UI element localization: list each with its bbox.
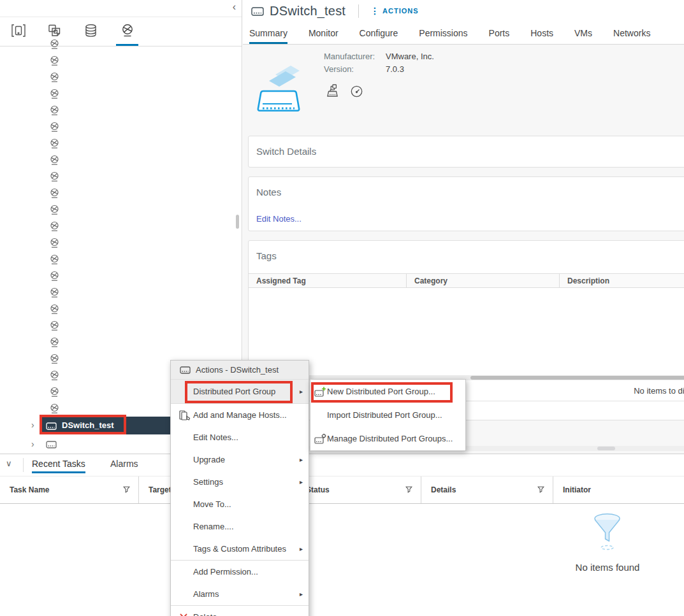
tree-item-port-group[interactable] [0, 70, 231, 87]
expand-chevron-icon[interactable]: › [31, 420, 34, 430]
summary-shortcut-icons [325, 83, 363, 99]
tasks-column-header[interactable]: Task Name [0, 476, 139, 503]
port-group-icon [49, 39, 60, 52]
tree-item-port-group[interactable] [0, 319, 231, 335]
scrollbar-thumb[interactable] [470, 376, 684, 380]
port-group-icon [49, 238, 60, 251]
collapse-panel-icon[interactable]: ∨ [6, 459, 12, 468]
tasks-column-header[interactable]: Initiator [553, 476, 684, 503]
dswitch-icon [180, 366, 191, 374]
card-title: Tags [249, 241, 684, 261]
tags-column-header[interactable]: Category [407, 274, 560, 287]
tree-item-port-group[interactable] [0, 203, 231, 219]
filter-icon[interactable] [405, 486, 412, 495]
recent-tasks-panel: ∨ Recent TasksAlarms Task NameTargetStat… [0, 454, 684, 616]
port-group-icon [49, 403, 60, 417]
tags-table-header: Assigned TagCategoryDescription [249, 273, 684, 288]
menu-item-alarms[interactable]: Alarms▸ [171, 583, 309, 605]
actions-menu-icon: ⋮ [370, 6, 379, 16]
tab-networks[interactable]: Networks [613, 22, 650, 44]
version-row: Version: 7.0.3 [324, 64, 404, 74]
filter-icon[interactable] [537, 486, 544, 495]
edit-notes-link[interactable]: Edit Notes... [256, 214, 302, 224]
scrollbar-thumb[interactable] [597, 447, 615, 450]
dswitch-illustration [254, 59, 306, 120]
tree-item-port-group[interactable] [0, 252, 231, 269]
port-group-icon [49, 387, 60, 400]
menu-item-edit-notes[interactable]: Edit Notes... [171, 426, 309, 448]
tasks-column-header[interactable]: Status [296, 476, 421, 503]
actions-button[interactable]: ⋮ ACTIONS [370, 6, 419, 16]
menu-item-add-and-manage-hosts[interactable]: Add and Manage Hosts... [171, 404, 309, 426]
tab-configure[interactable]: Configure [360, 22, 398, 44]
tree-item-port-group[interactable] [0, 302, 231, 319]
sidebar-scrollbar-thumb[interactable] [236, 215, 239, 229]
menu-item-import-distributed-port-group[interactable]: Import Distributed Port Group... [310, 403, 465, 427]
port-group-icon [49, 337, 60, 350]
port-group-icon [49, 271, 60, 284]
menu-item-distributed-port-group[interactable]: Distributed Port Group▸ [171, 380, 309, 403]
tasks-table-header: Task NameTargetStatusDetailsInitiator [0, 476, 684, 504]
tab-permissions[interactable]: Permissions [419, 22, 467, 44]
submenu-arrow-icon: ▸ [300, 388, 303, 395]
tree-item-port-group[interactable] [0, 37, 231, 54]
tab-ports[interactable]: Ports [489, 22, 510, 44]
tree-item-port-group[interactable] [0, 285, 231, 302]
divider [358, 4, 359, 18]
tree-item-port-group[interactable] [0, 219, 231, 236]
switch-package-icon[interactable] [325, 83, 340, 99]
tasks-tab-recent-tasks[interactable]: Recent Tasks [32, 459, 85, 469]
tab-summary[interactable]: Summary [249, 22, 287, 44]
notes-card: Notes Edit Notes... [248, 176, 684, 231]
add-and-manage-hosts-icon [179, 410, 191, 420]
tags-column-header[interactable]: Assigned Tag [249, 274, 407, 287]
filter-icon[interactable] [123, 486, 130, 495]
tree-item-port-group[interactable] [0, 169, 231, 186]
dswitch-icon [46, 421, 57, 433]
port-group-icon [49, 354, 60, 367]
tree-item-port-group[interactable] [0, 236, 231, 252]
gauge-icon[interactable] [350, 85, 363, 98]
tree-item-port-group[interactable] [0, 153, 231, 169]
sidebar-top-strip: ‹ [0, 0, 242, 17]
tasks-tab-alarms[interactable]: Alarms [110, 459, 138, 469]
menu-item-add-permission[interactable]: Add Permission... [171, 561, 309, 583]
manufacturer-row: Manufacturer: VMware, Inc. [324, 52, 434, 61]
menu-item-rename[interactable]: Rename.... [171, 515, 309, 538]
menu-item-settings[interactable]: Settings▸ [171, 471, 309, 493]
tree-item-port-group[interactable] [0, 103, 231, 120]
expand-chevron-icon[interactable]: › [31, 439, 34, 449]
port-group-icon [49, 89, 60, 102]
menu-item-upgrade[interactable]: Upgrade▸ [171, 448, 309, 471]
switch-details-card: Switch Details [248, 136, 684, 168]
port-group-icon [49, 320, 60, 334]
tab-vms[interactable]: VMs [574, 22, 592, 44]
actions-context-menu: Actions - DSwitch_test Distributed Port … [170, 360, 309, 616]
tasks-empty-state: No items found [576, 513, 640, 573]
menu-item-tags-custom-attributes[interactable]: Tags & Custom Attributes▸ [171, 538, 309, 560]
tasks-column-header[interactable]: Details [421, 476, 553, 503]
tree-item-port-group[interactable] [0, 269, 231, 285]
menu-item-manage-distributed-port-groups[interactable]: Manage Distributed Port Groups... [310, 427, 465, 450]
port-group-icon [49, 188, 60, 201]
menu-item-new-distributed-port-group[interactable]: New Distributed Port Group... [310, 380, 465, 403]
tree-item-port-group[interactable] [0, 335, 231, 352]
object-header: DSwitch_test ⋮ ACTIONS [243, 0, 684, 22]
menu-item-delete[interactable]: Delete [171, 606, 309, 616]
tree-item-port-group[interactable] [0, 54, 231, 70]
port-group-icon [49, 171, 60, 185]
menu-item-move-to[interactable]: Move To... [171, 493, 309, 515]
tree-item-port-group[interactable] [0, 87, 231, 103]
card-title[interactable]: Switch Details [249, 136, 684, 157]
filter-funnel-illustration [593, 513, 622, 554]
tree-item-port-group[interactable] [0, 186, 231, 203]
collapse-sidebar-icon[interactable]: ‹ [233, 1, 236, 13]
tree-item-port-group[interactable] [0, 120, 231, 136]
divider [23, 458, 24, 472]
tags-column-header[interactable]: Description [560, 274, 684, 287]
tab-monitor[interactable]: Monitor [309, 22, 338, 44]
tab-hosts[interactable]: Hosts [530, 22, 553, 44]
submenu-arrow-icon: ▸ [300, 478, 303, 485]
submenu-arrow-icon: ▸ [300, 545, 303, 552]
tree-item-port-group[interactable] [0, 136, 231, 153]
